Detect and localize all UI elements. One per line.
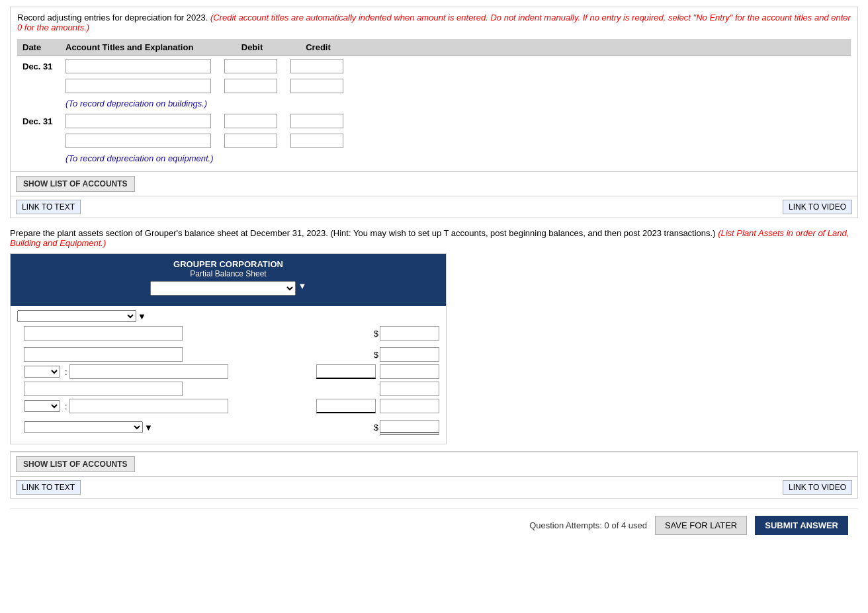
bs-land-amount[interactable] <box>380 326 439 341</box>
bs-total-amount[interactable] <box>380 420 439 434</box>
save-for-later-button[interactable]: SAVE FOR LATER <box>655 516 747 535</box>
entry2-account2[interactable] <box>65 134 211 148</box>
col-account: Account Titles and Explanation <box>60 39 219 56</box>
bs-section-select[interactable] <box>17 310 136 322</box>
bs-less2-amount[interactable] <box>316 399 376 413</box>
link-to-text-button-2[interactable]: LINK TO TEXT <box>16 480 81 495</box>
bs-date-select[interactable] <box>150 281 296 296</box>
bs-subtotal-label[interactable] <box>24 382 183 396</box>
instruction2-hint: (Hint: You may wish to set up T accounts… <box>331 228 716 238</box>
col-date: Date <box>17 39 60 56</box>
bs-less2-net[interactable] <box>380 399 439 413</box>
entry2-account1[interactable] <box>65 114 211 128</box>
entry2-note: (To record depreciation on equipment.) <box>60 151 351 166</box>
show-list-row: SHOW LIST OF ACCOUNTS <box>11 171 857 196</box>
entry1-date: Dec. 31 <box>17 56 60 77</box>
entry1-credit2[interactable] <box>290 79 343 93</box>
bs-less1-net[interactable] <box>380 364 439 379</box>
bs-total-select[interactable] <box>24 421 143 433</box>
instruction1: Record adjusting entries for depreciatio… <box>17 13 851 32</box>
bs-date-row: ▼ <box>16 278 441 301</box>
entry1-account2[interactable] <box>65 79 211 93</box>
show-list-row-2: SHOW LIST OF ACCOUNTS <box>11 452 857 476</box>
col-credit: Credit <box>285 39 351 56</box>
instruction2: Prepare the plant assets section of Grou… <box>10 228 858 248</box>
entry1-credit1[interactable] <box>290 59 343 73</box>
col-debit: Debit <box>219 39 285 56</box>
entry2-credit2[interactable] <box>290 134 343 148</box>
bs-building-label[interactable] <box>24 347 183 362</box>
bottom-bar: Question Attempts: 0 of 4 used SAVE FOR … <box>10 509 858 542</box>
bs-body: ▼ $ $ <box>11 306 446 444</box>
instruction2-plain: Prepare the plant assets section of Grou… <box>10 228 328 238</box>
bs-less1-amount[interactable] <box>316 364 376 379</box>
instruction1-plain: Record adjusting entries for depreciatio… <box>17 13 208 22</box>
bs-less2-select[interactable] <box>24 400 60 412</box>
link-row-2: LINK TO TEXT LINK TO VIDEO <box>11 476 857 498</box>
bs-header: GROUPER CORPORATION Partial Balance Shee… <box>11 254 446 306</box>
show-list-button-2[interactable]: SHOW LIST OF ACCOUNTS <box>16 456 135 472</box>
entry1-debit2[interactable] <box>224 79 277 93</box>
submit-answer-button[interactable]: SUBMIT ANSWER <box>755 516 848 535</box>
attempts-text: Question Attempts: 0 of 4 used <box>529 520 647 530</box>
bs-building-amount[interactable] <box>380 347 439 362</box>
bs-company-name: GROUPER CORPORATION <box>16 259 441 269</box>
bs-title: Partial Balance Sheet <box>16 269 441 278</box>
bs-subtotal-amount[interactable] <box>380 382 439 396</box>
entry1-debit1[interactable] <box>224 59 277 73</box>
link-to-video-button-2[interactable]: LINK TO VIDEO <box>783 480 852 495</box>
entry2-date: Dec. 31 <box>17 111 60 131</box>
bs-land-label[interactable] <box>24 326 183 341</box>
balance-sheet-card: GROUPER CORPORATION Partial Balance Shee… <box>10 253 447 444</box>
entry1-account1[interactable] <box>65 59 211 73</box>
entry2-credit1[interactable] <box>290 114 343 128</box>
entry2-debit2[interactable] <box>224 134 277 148</box>
link-to-text-button-1[interactable]: LINK TO TEXT <box>16 200 81 214</box>
bs-less1-label[interactable] <box>69 364 228 379</box>
bs-less1-select[interactable] <box>24 366 60 378</box>
entry2-debit1[interactable] <box>224 114 277 128</box>
link-to-video-button-1[interactable]: LINK TO VIDEO <box>783 200 852 214</box>
link-row-1: LINK TO TEXT LINK TO VIDEO <box>11 196 857 218</box>
bs-less2-label[interactable] <box>69 399 228 413</box>
entry1-note: (To record depreciation on buildings.) <box>60 96 351 111</box>
show-list-button[interactable]: SHOW LIST OF ACCOUNTS <box>16 176 135 192</box>
